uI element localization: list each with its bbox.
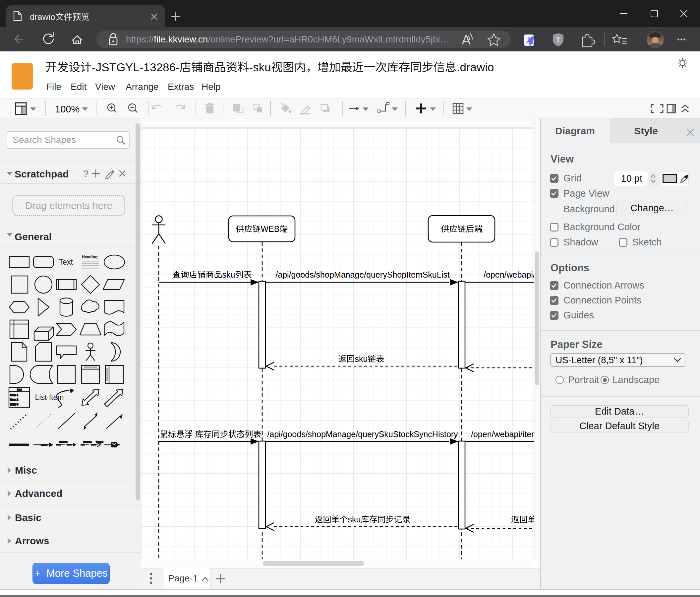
svg-text:sku: sku <box>348 515 361 524</box>
svg-text:Heading: Heading <box>82 255 97 259</box>
svg-text:Source: Source <box>59 440 68 444</box>
svg-text:T: T <box>556 36 560 44</box>
svg-text:sku: sku <box>355 354 368 363</box>
svg-text:Item 3: Item 3 <box>10 403 18 406</box>
svg-text:Item 2: Item 2 <box>10 398 18 401</box>
svg-text:Item 1: Item 1 <box>10 393 18 397</box>
svg-text:drawio: drawio <box>30 12 55 22</box>
svg-text:A: A <box>462 32 471 47</box>
svg-text:Label: Label <box>41 444 47 447</box>
svg-text:/open/webapi/item: /open/webapi/item <box>471 430 538 439</box>
svg-text:/api/goods/shopManage/querySho: /api/goods/shopManage/queryShopItemSkuLi… <box>275 270 449 279</box>
svg-text:Target: Target <box>96 440 103 444</box>
svg-text:/api/goods/shopManage/querySku: /api/goods/shopManage/querySkuStockSyncH… <box>267 430 458 439</box>
svg-text:Text: Text <box>59 258 73 266</box>
svg-text:-JSTGYL-13286-: -JSTGYL-13286- <box>92 61 180 74</box>
svg-text:WEB: WEB <box>261 224 280 234</box>
svg-text:/open/webapi/ite: /open/webapi/ite <box>483 270 544 279</box>
svg-text:sku: sku <box>222 270 235 279</box>
svg-text:List Item: List Item <box>35 393 64 402</box>
svg-text:List: List <box>17 388 22 391</box>
svg-text:-sku: -sku <box>249 61 271 74</box>
svg-text:.drawio: .drawio <box>457 61 494 74</box>
svg-text:Source: Source <box>83 440 92 444</box>
svg-text:?: ? <box>83 168 89 179</box>
